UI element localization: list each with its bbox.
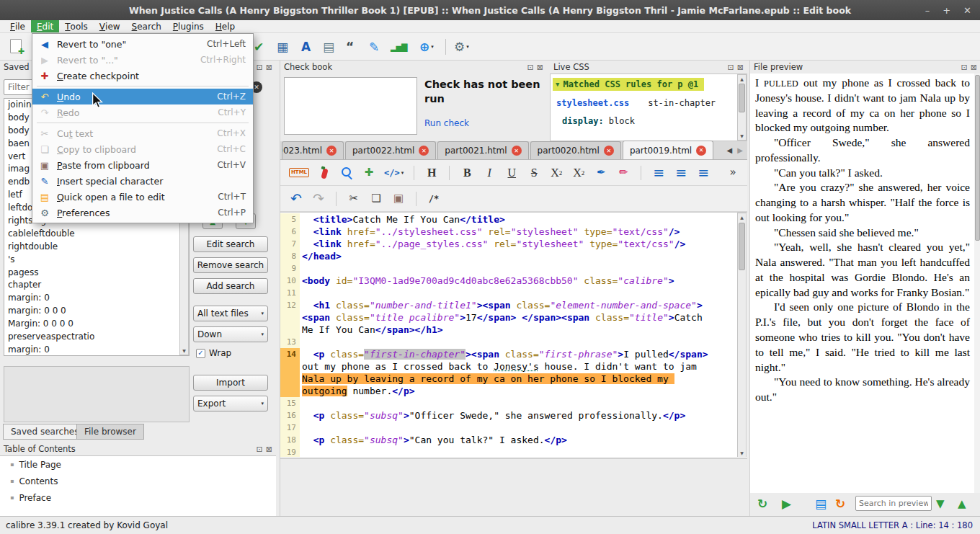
maximize-icon[interactable]: + bbox=[943, 5, 950, 16]
menubar-help[interactable]: Help bbox=[210, 20, 241, 32]
titlebar[interactable]: When Justice Calls (A Henry Biggston Thr… bbox=[0, 0, 980, 20]
search-text-icon[interactable] bbox=[339, 165, 354, 181]
saved-search-item[interactable]: cableleftdouble bbox=[4, 228, 189, 241]
cut-icon[interactable]: ✂ bbox=[347, 190, 361, 208]
menubar-plugins[interactable]: Plugins bbox=[167, 20, 210, 32]
close-panel-icon[interactable]: ⊠ bbox=[971, 63, 977, 72]
close-tab-icon[interactable]: ✕ bbox=[604, 146, 614, 156]
html-view-icon[interactable]: HTML bbox=[289, 164, 309, 182]
run-preview-icon[interactable]: ▶ bbox=[782, 496, 791, 512]
close-icon[interactable]: ✕ bbox=[963, 5, 971, 16]
align-center-icon[interactable]: ≡ bbox=[674, 164, 688, 182]
float-panel-icon[interactable]: ⊡ bbox=[257, 445, 263, 454]
stylesheet-link[interactable]: stylesheet.css bbox=[556, 98, 629, 108]
editor-scrollbar[interactable]: ▲ ▼ bbox=[737, 213, 747, 457]
scroll-down-icon[interactable]: ▼ bbox=[738, 449, 746, 457]
menubar-file[interactable]: File bbox=[4, 20, 31, 32]
check-book-icon[interactable]: ✔ bbox=[254, 39, 264, 55]
preview-next-icon[interactable]: ▼ bbox=[936, 497, 945, 510]
menu-item-revert-to-one[interactable]: ◀Revert to "one"Ctrl+Left bbox=[32, 36, 253, 52]
code-line[interactable]: 7 <link href="../page_styles.css" rel="s… bbox=[280, 238, 737, 250]
close-panel-icon[interactable]: ⊠ bbox=[266, 63, 272, 72]
menubar-edit[interactable]: Edit bbox=[31, 20, 59, 32]
reload-preview-icon[interactable]: ↻ bbox=[835, 496, 845, 512]
file-tab-rt0023-html[interactable]: rt0023.html✕ bbox=[282, 141, 344, 159]
insert-tag-icon[interactable]: </>▾ bbox=[384, 164, 404, 182]
preview-scrollbar[interactable] bbox=[974, 74, 980, 493]
tabs-scroll-right-icon[interactable]: ▶ bbox=[737, 146, 743, 154]
manage-fonts-icon[interactable]: A bbox=[301, 39, 311, 55]
saved-search-item[interactable]: margin: 0 bbox=[4, 344, 189, 356]
close-panel-icon[interactable]: ⊠ bbox=[737, 63, 744, 72]
close-tab-icon[interactable]: ✕ bbox=[419, 146, 429, 156]
code-line[interactable]: 12 <h1 class="number-and-title1"><span c… bbox=[280, 299, 737, 336]
saved-search-item[interactable]: margin: 0 0 0 bbox=[4, 305, 189, 318]
align-left-icon[interactable]: ≡ bbox=[651, 164, 666, 182]
remove-search-button[interactable]: Remove search bbox=[193, 257, 268, 273]
undo-icon[interactable]: ↶ bbox=[289, 190, 303, 208]
new-file-icon[interactable]: ✚ bbox=[10, 39, 22, 53]
menu-item-create-checkpoint[interactable]: ✚Create checkpoint bbox=[32, 68, 253, 84]
scroll-thumb[interactable] bbox=[739, 84, 745, 112]
scroll-thumb[interactable] bbox=[739, 223, 745, 270]
toc-item-contents[interactable]: ▪Contents bbox=[0, 473, 276, 489]
file-tab-part0020-html[interactable]: part0020.html✕ bbox=[530, 141, 621, 159]
close-tab-icon[interactable]: ✕ bbox=[512, 146, 522, 156]
menubar-tools[interactable]: Tools bbox=[59, 20, 94, 32]
pen-icon[interactable]: ✒ bbox=[594, 164, 608, 182]
saved-search-item[interactable]: rightdouble bbox=[4, 241, 189, 254]
insert-special-character-icon[interactable]: ✚ bbox=[362, 164, 376, 182]
menu-item-undo[interactable]: ↶UndoCtrl+Z bbox=[32, 89, 253, 104]
toc-item-preface[interactable]: ▪Preface bbox=[0, 489, 276, 506]
menubar-view[interactable]: View bbox=[94, 20, 126, 32]
tab-file-browser[interactable]: File browser bbox=[76, 424, 144, 440]
scroll-down-icon[interactable]: ▼ bbox=[738, 132, 746, 140]
open-in-browser-icon[interactable]: ⊕▾ bbox=[419, 39, 434, 55]
code-line[interactable]: 19 bbox=[280, 446, 737, 457]
file-tab-part0019-html[interactable]: part0019.html✕ bbox=[623, 141, 713, 159]
code-line[interactable]: 6 <link href="../stylesheet.css" rel="st… bbox=[280, 226, 737, 238]
toc-item-title-page[interactable]: ▪Title Page bbox=[0, 456, 276, 473]
code-line[interactable]: 8</head> bbox=[280, 250, 737, 262]
saved-search-item[interactable]: margin: 0 bbox=[4, 292, 189, 305]
tab-saved-searches[interactable]: Saved searches bbox=[3, 424, 86, 440]
beautify-icon[interactable]: ✎ bbox=[369, 39, 379, 55]
close-tab-icon[interactable]: ✕ bbox=[696, 146, 706, 156]
float-panel-icon[interactable]: ⊡ bbox=[728, 63, 734, 72]
close-tab-icon[interactable]: ✕ bbox=[326, 146, 337, 156]
reports-icon[interactable]: ▤ bbox=[323, 39, 334, 55]
underline-icon[interactable]: U bbox=[504, 164, 519, 182]
code-line[interactable]: 11 bbox=[280, 287, 737, 299]
scroll-up-icon[interactable]: ▲ bbox=[738, 213, 746, 221]
check-results-list[interactable] bbox=[284, 77, 417, 135]
file-tab-part0021-html[interactable]: part0021.html✕ bbox=[437, 141, 528, 159]
align-right-icon[interactable]: ≡ bbox=[696, 164, 710, 182]
saved-search-item[interactable]: chapter bbox=[4, 279, 189, 292]
matched-rules-header[interactable]: ▼ Matched CSS rules for p @1 bbox=[553, 78, 704, 91]
subscript-icon[interactable]: X2 bbox=[549, 164, 564, 182]
edit-search-button[interactable]: Edit search bbox=[193, 236, 268, 252]
saved-search-item[interactable]: Margin: 0 0 0 0 bbox=[4, 318, 189, 331]
saved-search-item[interactable]: 's bbox=[4, 254, 189, 267]
highlighter-icon[interactable]: ✏ bbox=[616, 164, 631, 182]
code-editor[interactable]: 5 <title>Catch Me If You Can</title>6 <l… bbox=[280, 212, 747, 457]
float-panel-icon[interactable]: ⊡ bbox=[527, 63, 534, 72]
redo-icon[interactable]: ↷ bbox=[311, 190, 326, 208]
scroll-thumb[interactable] bbox=[975, 75, 980, 241]
comment-icon[interactable]: /* bbox=[427, 190, 441, 208]
menubar-search[interactable]: Search bbox=[126, 20, 167, 32]
bold-icon[interactable]: B bbox=[460, 164, 474, 182]
preview-prev-icon[interactable]: ▲ bbox=[958, 497, 966, 510]
code-line[interactable]: 17 bbox=[280, 422, 737, 434]
code-line[interactable]: 5 <title>Catch Me If You Can</title> bbox=[280, 213, 737, 226]
pepper-icon[interactable] bbox=[317, 165, 331, 181]
float-panel-icon[interactable]: ⊡ bbox=[257, 63, 263, 72]
file-tab-part0022-html[interactable]: part0022.html✕ bbox=[345, 141, 436, 159]
preview-search-input[interactable] bbox=[855, 496, 932, 511]
preview-pane[interactable]: I PULLED out my phone as I crossed back … bbox=[750, 74, 974, 493]
wrap-checkbox[interactable]: ✓ Wrap bbox=[196, 348, 231, 358]
code-line[interactable]: 16 <p class="subsq">"Officer Swede," she… bbox=[280, 409, 737, 422]
import-button[interactable]: Import bbox=[193, 375, 268, 391]
refresh-preview-icon[interactable]: ↻ bbox=[757, 496, 767, 512]
menu-item-paste-from-clipboard[interactable]: ▣Paste from clipboardCtrl+V bbox=[32, 157, 253, 173]
